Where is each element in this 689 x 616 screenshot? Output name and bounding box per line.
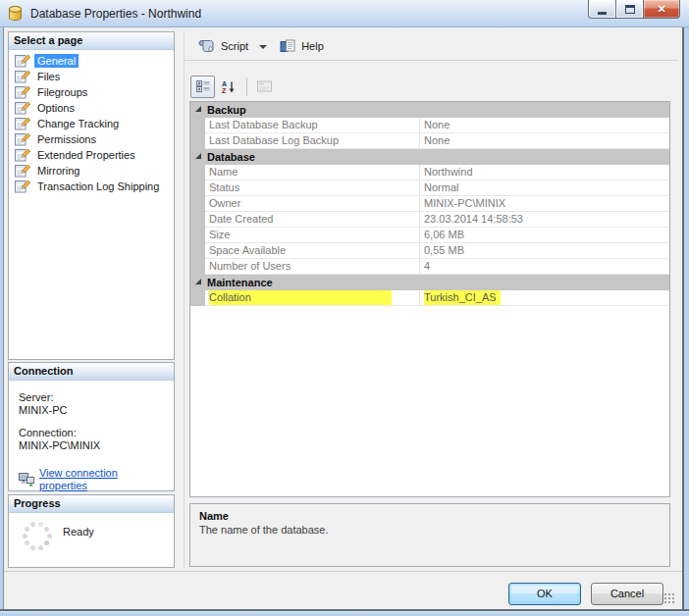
script-scroll-icon — [197, 39, 215, 53]
property-label: Date Created — [205, 212, 420, 228]
connection-body: Server: MINIX-PC Connection: MINIX-PC\MI… — [9, 381, 174, 492]
property-value: Northwind — [420, 165, 669, 180]
property-grid-toolbar — [190, 74, 678, 99]
property-grid: Backup Last Database Backup None Last Da… — [189, 101, 670, 497]
property-label: Collation — [205, 290, 420, 306]
page-icon — [15, 101, 30, 115]
property-value: 6,06 MB — [420, 228, 669, 243]
category-maintenance[interactable]: Maintenance — [190, 275, 669, 290]
toolbar-separator — [246, 77, 247, 96]
property-value: Normal — [420, 180, 669, 196]
close-button[interactable] — [643, 0, 680, 19]
collapse-triangle-icon[interactable] — [195, 279, 201, 284]
alphabetical-sort-button[interactable] — [216, 76, 240, 98]
database-icon — [9, 6, 22, 21]
view-connection-properties-link[interactable]: View connection properties — [19, 467, 168, 492]
property-label: Size — [205, 228, 420, 243]
property-label: Status — [205, 180, 420, 196]
server-label: Server: — [19, 391, 168, 404]
property-row-collation[interactable]: Collation Turkish_CI_AS — [190, 290, 669, 306]
window-border-right — [682, 27, 689, 616]
collapse-triangle-icon[interactable] — [195, 153, 201, 159]
titlebar[interactable]: Database Properties - Northwind — [0, 0, 689, 27]
sidebar-item-options[interactable]: Options — [9, 100, 174, 116]
connection-label: Connection: — [19, 427, 168, 439]
page-icon — [15, 70, 30, 83]
progress-panel: Progress Ready — [8, 494, 175, 568]
sidebar-item-permissions[interactable]: Permissions — [9, 131, 174, 147]
categorized-button[interactable] — [190, 76, 215, 98]
dialog-client-area: Select a page General Files Filegroups O… — [4, 27, 682, 609]
sidebar-item-change-tracking[interactable]: Change Tracking — [9, 116, 174, 131]
highlight-marker: Turkish_CI_AS — [424, 290, 501, 305]
progress-body: Ready — [9, 513, 174, 566]
property-value: Turkish_CI_AS — [420, 290, 669, 306]
dialog-footer: OK Cancel — [4, 571, 682, 609]
connection-panel: Connection Server: MINIX-PC Connection: … — [8, 362, 175, 491]
sidebar-item-general[interactable]: General — [9, 53, 174, 69]
connection-value: MINIX-PC\MINIX — [19, 439, 168, 452]
property-label: Name — [205, 165, 420, 180]
property-value: 23.03.2014 14:58:53 — [420, 212, 669, 228]
categorized-icon — [196, 80, 210, 92]
maximize-icon — [625, 5, 635, 14]
minimize-button[interactable] — [588, 0, 616, 19]
property-label: Owner — [205, 196, 420, 212]
description-title: Name — [199, 510, 661, 522]
property-pages-icon — [257, 80, 272, 92]
property-label: Last Database Backup — [205, 118, 420, 133]
script-button[interactable]: Script — [194, 37, 251, 55]
property-value: 0,55 MB — [420, 243, 669, 259]
property-value: None — [420, 118, 669, 133]
cancel-button[interactable]: Cancel — [591, 583, 663, 605]
resize-grip[interactable] — [664, 593, 675, 604]
page-icon — [15, 132, 30, 146]
help-button[interactable]: Help — [277, 37, 327, 55]
highlight-marker: Collation — [209, 290, 392, 305]
category-database[interactable]: Database — [190, 149, 669, 165]
sidebar-item-files[interactable]: Files — [9, 69, 174, 84]
page-icon — [15, 180, 30, 193]
sidebar-item-extended-properties[interactable]: Extended Properties — [9, 147, 174, 163]
property-description-box: Name The name of the database. — [189, 503, 670, 567]
connection-header: Connection — [9, 363, 174, 381]
sidebar-item-filegroups[interactable]: Filegroups — [9, 84, 174, 100]
sidebar-item-mirroring[interactable]: Mirroring — [9, 163, 174, 179]
ok-button[interactable]: OK — [508, 583, 581, 605]
page-icon — [15, 164, 30, 178]
dialog-toolbar: Script Help — [185, 31, 678, 61]
progress-status: Ready — [63, 526, 94, 538]
maximize-button[interactable] — [615, 0, 644, 19]
page-list: General Files Filegroups Options Change … — [9, 53, 174, 194]
page-icon — [15, 85, 30, 99]
property-row-number-of-users[interactable]: Number of Users 4 — [190, 259, 669, 275]
window-controls — [589, 0, 680, 19]
category-backup[interactable]: Backup — [190, 102, 669, 118]
collapse-triangle-icon[interactable] — [195, 106, 201, 112]
window-border-bottom — [0, 609, 689, 616]
connection-properties-icon — [19, 473, 34, 487]
progress-header: Progress — [9, 495, 174, 513]
close-icon — [657, 3, 665, 16]
property-value: None — [420, 133, 669, 149]
minimize-icon — [598, 12, 607, 15]
database-properties-window: Database Properties - Northwind Select a… — [0, 0, 689, 616]
script-dropdown-arrow-icon[interactable] — [259, 45, 267, 49]
select-a-page-panel: Select a page General Files Filegroups O… — [8, 31, 175, 360]
property-value: MINIX-PC\MINIX — [420, 196, 669, 212]
property-row-date-created[interactable]: Date Created 23.03.2014 14:58:53 — [190, 212, 669, 228]
help-book-icon — [280, 39, 295, 53]
property-row-owner[interactable]: Owner MINIX-PC\MINIX — [190, 196, 669, 212]
sidebar-item-transaction-log-shipping[interactable]: Transaction Log Shipping — [9, 179, 174, 194]
property-label: Last Database Log Backup — [205, 133, 420, 149]
server-value: MINIX-PC — [19, 404, 168, 417]
page-icon — [15, 148, 30, 162]
property-row-last-database-log-backup[interactable]: Last Database Log Backup None — [190, 133, 669, 149]
property-row-status[interactable]: Status Normal — [190, 180, 669, 196]
property-row-size[interactable]: Size 6,06 MB — [190, 228, 669, 243]
page-icon — [15, 54, 30, 68]
property-row-name[interactable]: Name Northwind — [190, 165, 669, 180]
page-icon — [15, 117, 30, 130]
property-row-last-database-backup[interactable]: Last Database Backup None — [190, 118, 669, 133]
property-row-space-available[interactable]: Space Available 0,55 MB — [190, 243, 669, 259]
